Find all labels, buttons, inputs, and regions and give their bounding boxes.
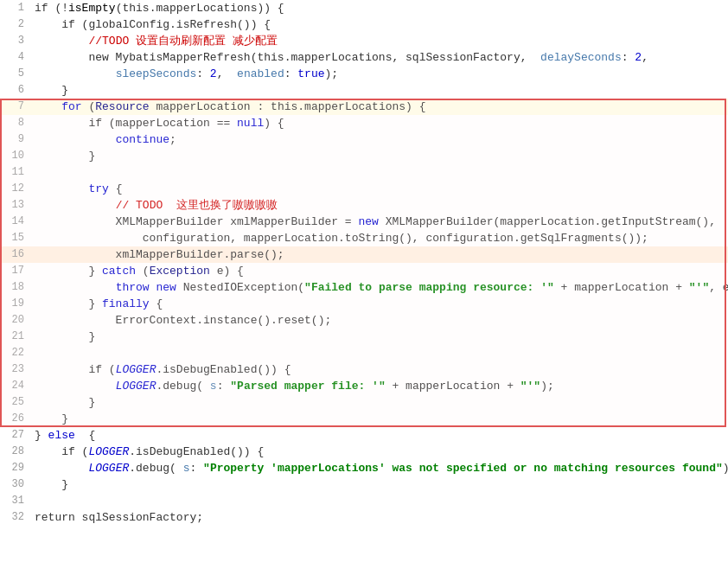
code-line: 12 try {	[0, 181, 728, 197]
line-content: }	[31, 82, 728, 99]
line-content: // TODO 这里也换了嗷嗷嗷嗷	[31, 197, 728, 214]
line-number: 4	[0, 49, 31, 66]
line-content: xmlMapperBuilder.parse();	[31, 246, 728, 263]
code-line: 7 for (Resource mapperLocation : this.ma…	[0, 99, 728, 115]
code-line: 10 }	[0, 148, 728, 164]
code-line: 20 ErrorContext.instance().reset();	[0, 312, 728, 329]
line-number: 26	[0, 411, 31, 427]
line-number: 28	[0, 444, 31, 460]
code-editor: 1 if (!isEmpty(this.mapperLocations)) { …	[0, 0, 728, 575]
line-number: 16	[0, 246, 31, 263]
line-content: return sqlSessionFactory;	[31, 509, 728, 526]
line-number: 1	[0, 0, 31, 16]
code-line: 30 }	[0, 476, 728, 493]
code-line: 22	[0, 345, 728, 361]
line-number: 23	[0, 361, 31, 378]
line-number: 15	[0, 230, 31, 246]
line-number: 17	[0, 263, 31, 279]
line-number: 20	[0, 312, 31, 329]
code-content: 1 if (!isEmpty(this.mapperLocations)) { …	[0, 0, 728, 526]
line-content: LOGGER.debug( s: "Parsed mapper file: '"…	[31, 378, 728, 394]
line-content: //TODO 设置自动刷新配置 减少配置	[31, 33, 728, 49]
line-content: if (LOGGER.isDebugEnabled()) {	[31, 361, 728, 378]
line-content: }	[31, 411, 728, 427]
line-content: try {	[31, 181, 728, 197]
line-number: 2	[0, 16, 31, 33]
line-number: 12	[0, 181, 31, 197]
line-number: 8	[0, 115, 31, 131]
code-line: 27 } else {	[0, 427, 728, 444]
line-number: 13	[0, 197, 31, 214]
line-number: 25	[0, 394, 31, 411]
line-number: 31	[0, 493, 31, 509]
code-line: 16 xmlMapperBuilder.parse();	[0, 246, 728, 263]
code-line: 24 LOGGER.debug( s: "Parsed mapper file:…	[0, 378, 728, 394]
code-line: 3 //TODO 设置自动刷新配置 减少配置	[0, 33, 728, 49]
code-line: 11	[0, 164, 728, 181]
line-number: 21	[0, 329, 31, 345]
line-content: }	[31, 329, 728, 345]
code-line: 13 // TODO 这里也换了嗷嗷嗷嗷	[0, 197, 728, 214]
code-line: 31	[0, 493, 728, 509]
code-line: 18 throw new NestedIOException("Failed t…	[0, 279, 728, 296]
line-number: 19	[0, 296, 31, 312]
code-line: 9 continue;	[0, 131, 728, 148]
line-content: } else {	[31, 427, 728, 444]
code-line: 8 if (mapperLocation == null) {	[0, 115, 728, 131]
code-line: 4 new MybatisMapperRefresh(this.mapperLo…	[0, 49, 728, 66]
code-line: 2 if (globalConfig.isRefresh()) {	[0, 16, 728, 33]
line-content: if (mapperLocation == null) {	[31, 115, 728, 131]
code-line: 1 if (!isEmpty(this.mapperLocations)) {	[0, 0, 728, 16]
line-content: ErrorContext.instance().reset();	[31, 312, 728, 329]
line-number: 32	[0, 509, 31, 526]
line-number: 18	[0, 279, 31, 296]
line-number: 30	[0, 476, 31, 493]
line-content: XMLMapperBuilder xmlMapperBuilder = new …	[31, 214, 728, 230]
line-content: LOGGER.debug( s: "Property 'mapperLocati…	[31, 460, 728, 476]
line-number: 5	[0, 66, 31, 82]
line-number: 6	[0, 82, 31, 99]
code-line: 28 if (LOGGER.isDebugEnabled()) {	[0, 444, 728, 460]
line-number: 27	[0, 427, 31, 444]
line-number: 11	[0, 164, 31, 181]
line-content: throw new NestedIOException("Failed to p…	[31, 279, 728, 296]
line-number: 24	[0, 378, 31, 394]
code-line: 32 return sqlSessionFactory;	[0, 509, 728, 526]
code-line: 21 }	[0, 329, 728, 345]
line-number: 22	[0, 345, 31, 361]
line-content: if (!isEmpty(this.mapperLocations)) {	[31, 0, 728, 16]
line-number: 3	[0, 33, 31, 49]
line-content: if (LOGGER.isDebugEnabled()) {	[31, 444, 728, 460]
code-line: 23 if (LOGGER.isDebugEnabled()) {	[0, 361, 728, 378]
code-line: 6 }	[0, 82, 728, 99]
line-number: 10	[0, 148, 31, 164]
line-content: }	[31, 476, 728, 493]
line-content: configuration, mapperLocation.toString()…	[31, 230, 728, 246]
line-content: sleepSeconds: 2, enabled: true);	[31, 66, 728, 82]
code-line: 17 } catch (Exception e) {	[0, 263, 728, 279]
line-content: } finally {	[31, 296, 728, 312]
code-line: 25 }	[0, 394, 728, 411]
line-number: 9	[0, 131, 31, 148]
line-content: continue;	[31, 131, 728, 148]
code-line: 5 sleepSeconds: 2, enabled: true);	[0, 66, 728, 82]
line-content: } catch (Exception e) {	[31, 263, 728, 279]
code-line: 15 configuration, mapperLocation.toStrin…	[0, 230, 728, 246]
line-content: new MybatisMapperRefresh(this.mapperLoca…	[31, 49, 728, 66]
code-line: 14 XMLMapperBuilder xmlMapperBuilder = n…	[0, 214, 728, 230]
line-content: }	[31, 394, 728, 411]
line-number: 14	[0, 214, 31, 230]
line-number: 29	[0, 460, 31, 476]
line-number: 7	[0, 99, 31, 115]
code-line: 29 LOGGER.debug( s: "Property 'mapperLoc…	[0, 460, 728, 476]
code-line: 19 } finally {	[0, 296, 728, 312]
line-content: for (Resource mapperLocation : this.mapp…	[31, 99, 728, 115]
code-line: 26 }	[0, 411, 728, 427]
line-content: }	[31, 148, 728, 164]
line-content: if (globalConfig.isRefresh()) {	[31, 16, 728, 33]
